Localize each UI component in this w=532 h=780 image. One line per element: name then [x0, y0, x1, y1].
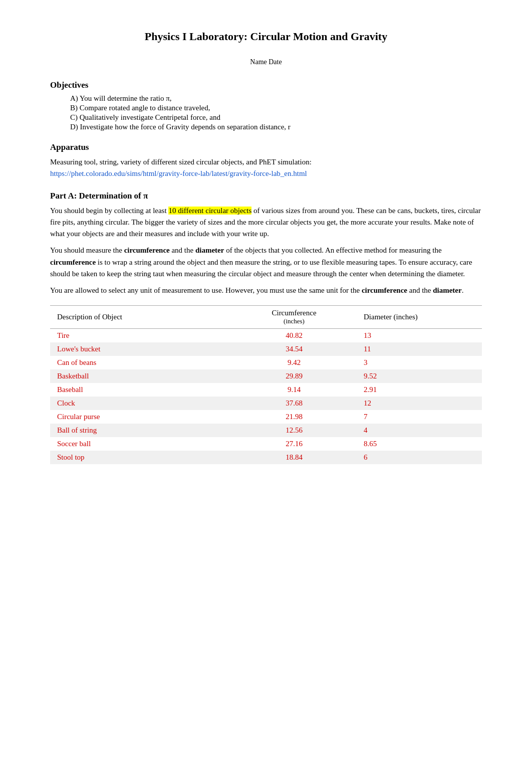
table-cell-object: Clock [50, 397, 231, 410]
table-row: Can of beans9.423 [50, 356, 482, 369]
table-cell-circumference: 37.68 [231, 397, 357, 410]
objectives-heading: Objectives [50, 80, 482, 90]
table-row: Tire40.8213 [50, 329, 482, 343]
table-cell-diameter: 13 [357, 329, 482, 343]
apparatus-heading: Apparatus [50, 142, 482, 152]
bold-circumference-3: circumference [362, 286, 407, 294]
table-cell-object: Stool top [50, 451, 231, 464]
table-row: Ball of string12.564 [50, 424, 482, 437]
table-cell-object: Lowe's bucket [50, 342, 231, 356]
objective-d: D) Investigate how the force of Gravity … [70, 123, 482, 131]
bold-circumference-2: circumference [50, 258, 96, 266]
table-cell-object: Soccer ball [50, 437, 231, 451]
table-cell-circumference: 34.54 [231, 342, 357, 356]
table-cell-circumference: 18.84 [231, 451, 357, 464]
table-row: Circular purse21.987 [50, 410, 482, 424]
bold-diameter-1: diameter [195, 246, 224, 254]
page-title: Physics I Laboratory: Circular Motion an… [50, 30, 482, 43]
part-a-para2: You should measure the circumference and… [50, 245, 482, 280]
col-header-diameter: Diameter (inches) [357, 306, 482, 329]
table-cell-circumference: 29.89 [231, 369, 357, 383]
objective-a: A) You will determine the ratio π, [70, 94, 482, 103]
name-date-label: Name Date [50, 58, 482, 66]
table-cell-diameter: 4 [357, 424, 482, 437]
table-cell-object: Baseball [50, 383, 231, 397]
part-a-para1: You should begin by collecting at least … [50, 205, 482, 240]
highlight-circular-objects: 10 different circular objects [168, 207, 251, 215]
table-row: Basketball29.899.52 [50, 369, 482, 383]
table-row: Baseball9.142.91 [50, 383, 482, 397]
table-cell-diameter: 7 [357, 410, 482, 424]
part-a-heading: Part A: Determination of π [50, 191, 482, 201]
table-cell-object: Tire [50, 329, 231, 343]
measurements-table: Description of Object Circumference (inc… [50, 305, 482, 464]
objective-c: C) Qualitatively investigate Centripetal… [70, 113, 482, 122]
table-cell-diameter: 2.91 [357, 383, 482, 397]
objectives-list: A) You will determine the ratio π, B) Co… [70, 94, 482, 131]
objective-b: B) Compare rotated angle to distance tra… [70, 104, 482, 112]
bold-circumference-1: circumference [124, 246, 170, 254]
table-row: Soccer ball27.168.65 [50, 437, 482, 451]
table-cell-circumference: 27.16 [231, 437, 357, 451]
table-row: Clock37.6812 [50, 397, 482, 410]
table-row: Lowe's bucket34.5411 [50, 342, 482, 356]
table-cell-diameter: 6 [357, 451, 482, 464]
table-cell-object: Can of beans [50, 356, 231, 369]
table-cell-diameter: 11 [357, 342, 482, 356]
table-cell-circumference: 40.82 [231, 329, 357, 343]
table-cell-circumference: 21.98 [231, 410, 357, 424]
table-cell-circumference: 9.14 [231, 383, 357, 397]
table-cell-circumference: 12.56 [231, 424, 357, 437]
table-cell-diameter: 9.52 [357, 369, 482, 383]
table-cell-circumference: 9.42 [231, 356, 357, 369]
table-row: Stool top18.846 [50, 451, 482, 464]
apparatus-section: Apparatus Measuring tool, string, variet… [50, 142, 482, 180]
table-cell-object: Basketball [50, 369, 231, 383]
col-header-circumference: Circumference (inches) [231, 306, 357, 329]
table-cell-diameter: 12 [357, 397, 482, 410]
table-cell-object: Ball of string [50, 424, 231, 437]
part-a-para3: You are allowed to select any unit of me… [50, 285, 482, 296]
table-cell-object: Circular purse [50, 410, 231, 424]
table-header-row: Description of Object Circumference (inc… [50, 306, 482, 329]
table-cell-diameter: 8.65 [357, 437, 482, 451]
apparatus-link[interactable]: https://phet.colorado.edu/sims/html/grav… [50, 169, 307, 177]
bold-diameter-2: diameter [433, 286, 461, 294]
col-header-object: Description of Object [50, 306, 231, 329]
objectives-section: Objectives A) You will determine the rat… [50, 80, 482, 131]
apparatus-text: Measuring tool, string, variety of diffe… [50, 156, 482, 180]
part-a-section: Part A: Determination of π You should be… [50, 191, 482, 465]
table-cell-diameter: 3 [357, 356, 482, 369]
